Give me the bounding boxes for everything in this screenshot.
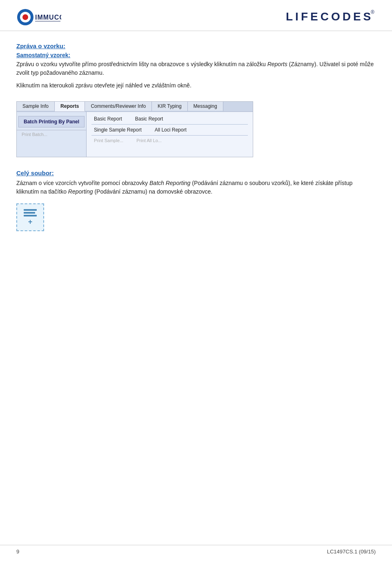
tab-messaging[interactable]: Messaging — [188, 102, 223, 112]
ui-body: Batch Printing By Panel Print Batch... B… — [17, 112, 253, 157]
content: Zpráva o vzorku: Samostatný vzorek: Zprá… — [0, 31, 392, 252]
menu-item-basic-report-2[interactable]: Basic Report — [133, 115, 166, 123]
tab-comments[interactable]: Comments/Reviewer Info — [85, 102, 152, 112]
footer-page-number: 9 — [16, 549, 19, 555]
page-wrapper: IMMUCOR LIFECODES ® Zpráva o vzorku: Sam… — [0, 0, 392, 562]
tab-reports[interactable]: Reports — [55, 102, 85, 112]
menu-cut-text: Print Sample... — [91, 137, 126, 144]
batch-reporting-icon: + — [16, 203, 44, 231]
intro-text-1: Zprávu o vzorku vytvoříte přímo prostřed… — [16, 61, 267, 67]
tab-kir-typing[interactable]: KIR Typing — [152, 102, 187, 112]
batch-text-italic2: Reporting — [68, 188, 93, 195]
menu-item-single-sample[interactable]: Single Sample Report — [91, 126, 144, 134]
batch-text-italic: Batch Reporting — [149, 180, 190, 186]
ui-main-area: Basic Report Basic Report Single Sample … — [87, 112, 253, 157]
footer-document-id: LC1497CS.1 (09/15) — [327, 549, 376, 555]
batch-text-cont2: (Podávání záznamu) na domovské obrazovce… — [93, 188, 213, 195]
menu-item-basic-report-1[interactable]: Basic Report — [91, 115, 125, 123]
menu-item-all-loci[interactable]: All Loci Report — [152, 126, 189, 134]
svg-text:®: ® — [371, 9, 374, 15]
intro-text-italic: Reports — [267, 61, 287, 67]
section-batch: Celý soubor: Záznam o více vzorcích vytv… — [16, 169, 376, 196]
svg-text:IMMUCOR: IMMUCOR — [35, 14, 61, 21]
icon-line-2 — [24, 212, 35, 214]
ui-divider — [91, 124, 248, 125]
ui-screenshot: Sample Info Reports Comments/Reviewer In… — [16, 101, 253, 157]
icon-plus: + — [28, 218, 33, 225]
ui-sidebar: Batch Printing By Panel Print Batch... — [17, 112, 87, 157]
header: IMMUCOR LIFECODES ® — [0, 0, 392, 31]
batch-section-title: Celý soubor: — [16, 169, 376, 176]
section-title: Zpráva o vzorku: — [16, 42, 376, 49]
footer: 9 LC1497CS.1 (09/15) — [0, 545, 392, 555]
subsection-title: Samostatný vzorek: — [16, 52, 376, 58]
tab-sample-info[interactable]: Sample Info — [17, 102, 55, 112]
svg-point-2 — [22, 14, 28, 20]
tab-gap — [223, 102, 253, 112]
ui-divider-2 — [91, 135, 248, 136]
icon-line-3 — [24, 215, 37, 216]
lifecodes-logo: LIFECODES ® — [286, 7, 376, 27]
intro-paragraph: Zprávu o vzorku vytvoříte přímo prostřed… — [16, 60, 376, 77]
ui-menu-row-2: Single Sample Report All Loci Report — [91, 126, 248, 134]
svg-text:LIFECODES: LIFECODES — [286, 10, 373, 23]
ui-menu-row-cut: Print Sample... Print All Lo... — [91, 137, 248, 144]
batch-text-1: Záznam o více vzorcích vytvoříte pomocí … — [16, 180, 149, 186]
menu-cut-text-2: Print All Lo... — [134, 137, 164, 144]
sidebar-item-batch-printing[interactable]: Batch Printing By Panel — [18, 116, 85, 127]
icon-lines — [24, 209, 37, 216]
section-report: Zpráva o vzorku: Samostatný vzorek: Zprá… — [16, 42, 376, 90]
intro-paragraph-2: Kliknutím na kteroukoli zprávu otevřete … — [16, 81, 376, 90]
batch-paragraph: Záznam o více vzorcích vytvoříte pomocí … — [16, 179, 376, 196]
immucor-logo: IMMUCOR — [16, 8, 61, 26]
immucor-logo-svg: IMMUCOR — [16, 8, 61, 26]
batch-icon-container: + — [16, 203, 376, 231]
lifecodes-logo-svg: LIFECODES ® — [286, 7, 376, 25]
ui-menu-row-1: Basic Report Basic Report — [91, 115, 248, 123]
sidebar-cut-text: Print Batch... — [17, 130, 86, 138]
ui-tabs-bar: Sample Info Reports Comments/Reviewer In… — [17, 102, 253, 112]
icon-line-1 — [24, 209, 37, 211]
